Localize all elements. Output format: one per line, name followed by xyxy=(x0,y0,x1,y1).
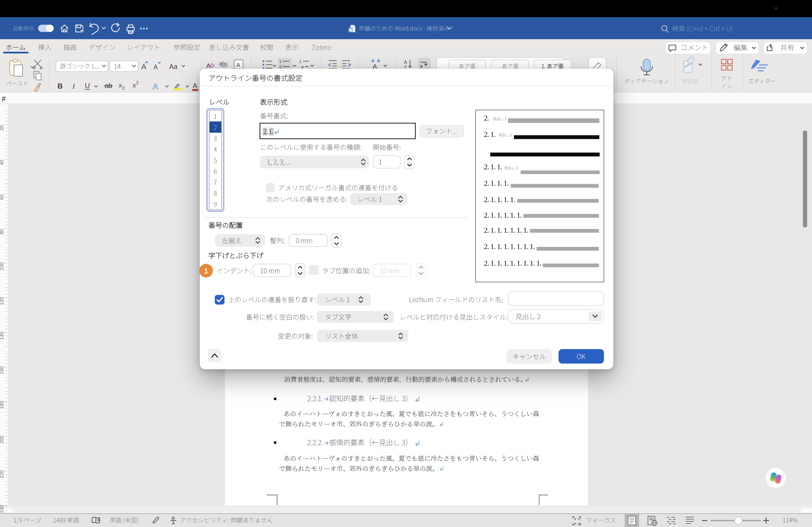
svg-text:2. 1. 1. 1. 1. 1. 1.: 2. 1. 1. 1. 1. 1. 1. xyxy=(484,226,528,234)
svg-text:2. 1. 1.: 2. 1. 1. xyxy=(484,163,502,171)
svg-text:2. 1. 1. 1. 1. 1.: 2. 1. 1. 1. 1. 1. xyxy=(484,211,522,219)
svg-text:2. 1.: 2. 1. xyxy=(484,130,495,138)
svg-text:2. 1. 1. 1. 1.: 2. 1. 1. 1. 1. xyxy=(484,195,515,204)
svg-text:1: 1 xyxy=(204,267,208,275)
svg-text:2. 1. 1. 1.: 2. 1. 1. 1. xyxy=(484,179,509,187)
svg-text:2. 1. 1. 1. 1. 1. 1. 1.: 2. 1. 1. 1. 1. 1. 1. 1. xyxy=(484,242,535,251)
svg-text:2.: 2. xyxy=(484,114,489,122)
svg-text:2. 1. 1. 1. 1. 1. 1. 1. 1.: 2. 1. 1. 1. 1. 1. 1. 1. 1. xyxy=(484,259,541,267)
